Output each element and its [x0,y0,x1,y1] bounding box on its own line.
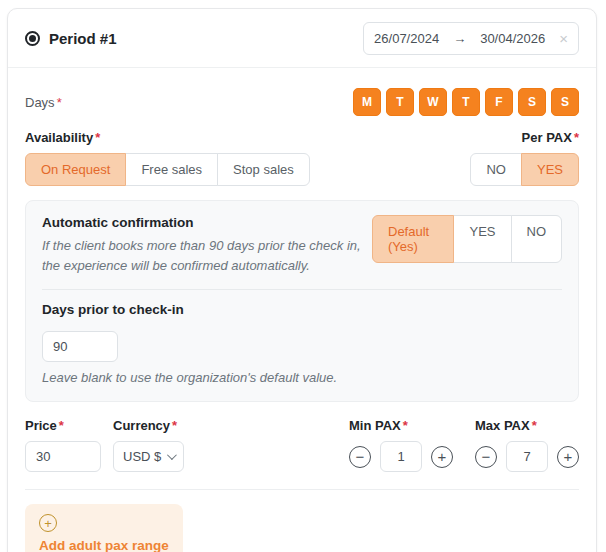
per-pax-label: Per PAX* [470,130,579,145]
required-marker: * [172,418,177,433]
max-pax-increment-icon[interactable]: + [557,446,579,468]
arrow-right-icon: → [453,31,466,46]
max-pax-col: Max PAX* − + [475,418,579,472]
price-col: Price* [25,418,101,472]
required-marker: * [574,130,579,145]
days-label: Days* [25,95,62,110]
day-button-friday[interactable]: F [485,88,513,116]
days-prior-label: Days prior to check-in [42,302,562,317]
per-pax-option-no[interactable]: NO [470,153,522,186]
max-pax-decrement-icon[interactable]: − [475,446,497,468]
availability-toggle-group: On Request Free sales Stop sales [25,153,310,186]
add-adult-pax-range-button[interactable]: + Add adult pax range [25,504,183,552]
date-end[interactable]: 30/04/2026 [480,31,545,46]
period-card: Period #1 26/07/2024 → 30/04/2026 × Days… [7,8,597,552]
add-adult-pax-range-label: Add adult pax range [39,538,169,552]
required-marker: * [95,130,100,145]
required-marker: * [59,418,64,433]
auto-confirmation-option-no[interactable]: NO [511,215,563,263]
availability-col: Availability* On Request Free sales Stop… [25,130,310,186]
auto-confirmation-top: Automatic confirmation If the client boo… [42,215,562,275]
availability-option-free-sales[interactable]: Free sales [125,153,218,186]
price-input[interactable] [25,441,101,472]
min-pax-increment-icon[interactable]: + [431,446,453,468]
max-pax-label: Max PAX* [475,418,579,433]
max-pax-stepper: − + [475,441,579,472]
day-button-thursday[interactable]: T [452,88,480,116]
day-button-saturday[interactable]: S [518,88,546,116]
min-pax-input[interactable] [380,441,422,472]
chevron-down-icon [167,450,177,460]
days-prior-hint: Leave blank to use the organization's de… [42,370,562,385]
period-header: Period #1 26/07/2024 → 30/04/2026 × [8,9,596,68]
panel-divider [42,289,562,290]
currency-select[interactable]: USD $ [113,441,184,472]
currency-label: Currency* [113,418,184,433]
min-pax-col: Min PAX* − + [349,418,453,472]
availability-row: Availability* On Request Free sales Stop… [25,130,579,186]
auto-confirmation-panel: Automatic confirmation If the client boo… [25,200,579,402]
availability-option-on-request[interactable]: On Request [25,153,126,186]
day-button-sunday[interactable]: S [551,88,579,116]
period-body: Days* M T W T F S S Availability* On Req… [8,68,596,552]
required-marker: * [403,418,408,433]
price-label: Price* [25,418,101,433]
max-pax-input[interactable] [506,441,548,472]
min-pax-decrement-icon[interactable]: − [349,446,371,468]
availability-label: Availability* [25,130,310,145]
day-button-wednesday[interactable]: W [419,88,447,116]
min-pax-label: Min PAX* [349,418,453,433]
auto-confirmation-option-yes[interactable]: YES [453,215,511,263]
date-start[interactable]: 26/07/2024 [374,31,439,46]
days-prior-section: Days prior to check-in Leave blank to us… [42,302,562,385]
per-pax-option-yes[interactable]: YES [521,153,579,186]
period-title: Period #1 [49,30,117,47]
days-row: Days* M T W T F S S [25,88,579,116]
auto-confirmation-text: Automatic confirmation If the client boo… [42,215,372,275]
day-button-monday[interactable]: M [353,88,381,116]
day-buttons: M T W T F S S [353,88,579,116]
auto-confirmation-description: If the client books more than 90 days pr… [42,236,372,275]
required-marker: * [57,95,62,110]
required-marker: * [532,418,537,433]
availability-option-stop-sales[interactable]: Stop sales [217,153,310,186]
days-prior-input[interactable] [42,331,118,362]
min-pax-stepper: − + [349,441,453,472]
section-divider [25,489,579,490]
clear-dates-icon[interactable]: × [559,31,568,46]
auto-confirmation-option-default[interactable]: Default (Yes) [372,215,454,263]
auto-confirmation-title: Automatic confirmation [42,215,372,230]
per-pax-toggle-group: NO YES [470,153,579,186]
date-range-picker[interactable]: 26/07/2024 → 30/04/2026 × [363,22,579,55]
auto-confirmation-toggle-group: Default (Yes) YES NO [372,215,562,263]
per-pax-col: Per PAX* NO YES [470,130,579,186]
radio-selected-icon[interactable] [25,31,40,46]
currency-value: USD $ [123,449,161,464]
day-button-tuesday[interactable]: T [386,88,414,116]
pricing-row: Price* Currency* USD $ Min PAX* − [25,418,579,472]
pricing-spacer [184,418,349,472]
period-header-left: Period #1 [25,30,117,47]
plus-circle-icon: + [39,514,57,532]
currency-col: Currency* USD $ [113,418,184,472]
